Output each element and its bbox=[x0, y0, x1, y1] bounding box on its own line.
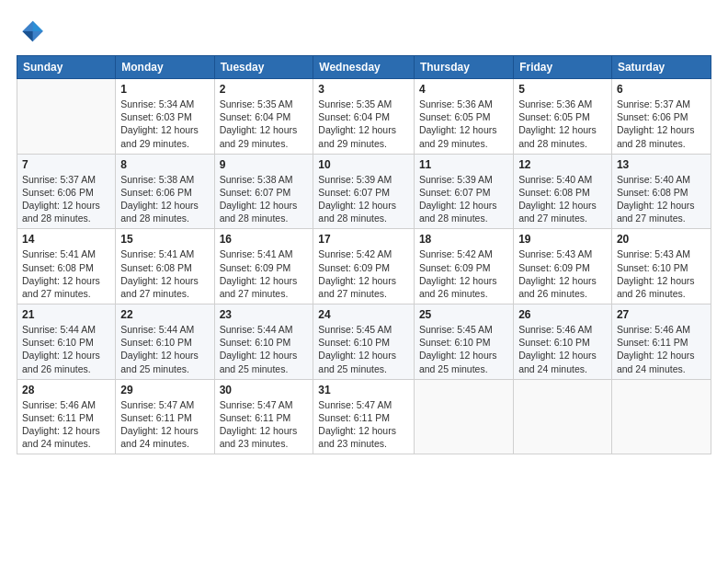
day-info: Sunrise: 5:41 AM Sunset: 6:08 PM Dayligh… bbox=[120, 247, 209, 300]
day-number: 16 bbox=[220, 233, 309, 246]
day-info: Sunrise: 5:46 AM Sunset: 6:10 PM Dayligh… bbox=[518, 323, 607, 375]
calendar-cell: 16Sunrise: 5:41 AM Sunset: 6:09 PM Dayli… bbox=[214, 229, 313, 304]
calendar-cell: 18Sunrise: 5:42 AM Sunset: 6:09 PM Dayli… bbox=[414, 229, 513, 304]
day-info: Sunrise: 5:35 AM Sunset: 6:04 PM Dayligh… bbox=[318, 98, 409, 150]
calendar-cell: 27Sunrise: 5:46 AM Sunset: 6:11 PM Dayli… bbox=[611, 304, 711, 380]
day-number: 24 bbox=[318, 308, 409, 321]
calendar-cell: 14Sunrise: 5:41 AM Sunset: 6:08 PM Dayli… bbox=[17, 229, 116, 304]
day-info: Sunrise: 5:34 AM Sunset: 6:03 PM Dayligh… bbox=[120, 98, 209, 150]
week-row: 14Sunrise: 5:41 AM Sunset: 6:08 PM Dayli… bbox=[17, 229, 711, 304]
day-info: Sunrise: 5:41 AM Sunset: 6:08 PM Dayligh… bbox=[22, 247, 110, 300]
week-row: 7Sunrise: 5:37 AM Sunset: 6:06 PM Daylig… bbox=[17, 154, 711, 229]
calendar-cell: 12Sunrise: 5:40 AM Sunset: 6:08 PM Dayli… bbox=[514, 154, 612, 229]
calendar-cell: 20Sunrise: 5:43 AM Sunset: 6:10 PM Dayli… bbox=[611, 229, 711, 304]
calendar-cell: 17Sunrise: 5:42 AM Sunset: 6:09 PM Dayli… bbox=[313, 229, 415, 304]
calendar-cell bbox=[514, 379, 612, 454]
col-header-friday: Friday bbox=[514, 56, 612, 79]
day-number: 17 bbox=[318, 233, 409, 246]
calendar-cell: 30Sunrise: 5:47 AM Sunset: 6:11 PM Dayli… bbox=[214, 379, 313, 454]
week-row: 1Sunrise: 5:34 AM Sunset: 6:03 PM Daylig… bbox=[17, 79, 711, 155]
calendar-cell: 15Sunrise: 5:41 AM Sunset: 6:08 PM Dayli… bbox=[116, 229, 214, 304]
calendar-cell: 26Sunrise: 5:46 AM Sunset: 6:10 PM Dayli… bbox=[514, 304, 612, 380]
day-number: 12 bbox=[518, 158, 607, 171]
calendar-cell: 2Sunrise: 5:35 AM Sunset: 6:04 PM Daylig… bbox=[214, 79, 313, 155]
day-number: 22 bbox=[120, 308, 209, 321]
day-number: 15 bbox=[120, 233, 209, 246]
day-info: Sunrise: 5:46 AM Sunset: 6:11 PM Dayligh… bbox=[617, 323, 706, 375]
day-info: Sunrise: 5:38 AM Sunset: 6:06 PM Dayligh… bbox=[120, 173, 209, 225]
calendar-cell: 13Sunrise: 5:40 AM Sunset: 6:08 PM Dayli… bbox=[611, 154, 711, 229]
week-row: 28Sunrise: 5:46 AM Sunset: 6:11 PM Dayli… bbox=[17, 379, 711, 454]
day-info: Sunrise: 5:42 AM Sunset: 6:09 PM Dayligh… bbox=[318, 247, 409, 300]
day-info: Sunrise: 5:47 AM Sunset: 6:11 PM Dayligh… bbox=[220, 398, 309, 451]
day-number: 4 bbox=[419, 83, 508, 96]
calendar-cell: 28Sunrise: 5:46 AM Sunset: 6:11 PM Dayli… bbox=[17, 379, 116, 454]
calendar-cell: 4Sunrise: 5:36 AM Sunset: 6:05 PM Daylig… bbox=[414, 79, 513, 155]
col-header-sunday: Sunday bbox=[17, 56, 116, 79]
calendar-cell: 1Sunrise: 5:34 AM Sunset: 6:03 PM Daylig… bbox=[116, 79, 214, 155]
day-info: Sunrise: 5:37 AM Sunset: 6:06 PM Dayligh… bbox=[22, 173, 110, 225]
calendar-cell: 3Sunrise: 5:35 AM Sunset: 6:04 PM Daylig… bbox=[313, 79, 415, 155]
calendar-cell: 9Sunrise: 5:38 AM Sunset: 6:07 PM Daylig… bbox=[214, 154, 313, 229]
header-row: SundayMondayTuesdayWednesdayThursdayFrid… bbox=[17, 56, 711, 79]
col-header-tuesday: Tuesday bbox=[214, 56, 313, 79]
calendar-cell: 23Sunrise: 5:44 AM Sunset: 6:10 PM Dayli… bbox=[214, 304, 313, 380]
day-number: 26 bbox=[518, 308, 607, 321]
day-number: 8 bbox=[120, 158, 209, 171]
day-info: Sunrise: 5:42 AM Sunset: 6:09 PM Dayligh… bbox=[419, 247, 508, 300]
day-info: Sunrise: 5:39 AM Sunset: 6:07 PM Dayligh… bbox=[419, 173, 508, 225]
calendar-cell bbox=[611, 379, 711, 454]
day-number: 1 bbox=[120, 83, 209, 96]
day-number: 25 bbox=[419, 308, 508, 321]
col-header-wednesday: Wednesday bbox=[313, 56, 415, 79]
calendar-cell: 5Sunrise: 5:36 AM Sunset: 6:05 PM Daylig… bbox=[514, 79, 612, 155]
day-info: Sunrise: 5:44 AM Sunset: 6:10 PM Dayligh… bbox=[120, 323, 209, 375]
calendar-cell: 21Sunrise: 5:44 AM Sunset: 6:10 PM Dayli… bbox=[17, 304, 116, 380]
page: SundayMondayTuesdayWednesdayThursdayFrid… bbox=[0, 0, 728, 563]
day-info: Sunrise: 5:36 AM Sunset: 6:05 PM Dayligh… bbox=[518, 98, 607, 150]
logo bbox=[17, 17, 50, 46]
day-number: 11 bbox=[419, 158, 508, 171]
day-info: Sunrise: 5:44 AM Sunset: 6:10 PM Dayligh… bbox=[220, 323, 309, 375]
calendar-body: 1Sunrise: 5:34 AM Sunset: 6:03 PM Daylig… bbox=[17, 79, 711, 454]
week-row: 21Sunrise: 5:44 AM Sunset: 6:10 PM Dayli… bbox=[17, 304, 711, 380]
day-number: 23 bbox=[220, 308, 309, 321]
calendar-cell: 8Sunrise: 5:38 AM Sunset: 6:06 PM Daylig… bbox=[116, 154, 214, 229]
day-number: 6 bbox=[617, 83, 706, 96]
day-info: Sunrise: 5:35 AM Sunset: 6:04 PM Dayligh… bbox=[220, 98, 309, 150]
calendar-cell bbox=[17, 79, 116, 155]
day-number: 21 bbox=[22, 308, 110, 321]
calendar-cell: 22Sunrise: 5:44 AM Sunset: 6:10 PM Dayli… bbox=[116, 304, 214, 380]
day-info: Sunrise: 5:38 AM Sunset: 6:07 PM Dayligh… bbox=[220, 173, 309, 225]
day-info: Sunrise: 5:43 AM Sunset: 6:10 PM Dayligh… bbox=[617, 247, 706, 300]
day-number: 13 bbox=[617, 158, 706, 171]
calendar-cell: 29Sunrise: 5:47 AM Sunset: 6:11 PM Dayli… bbox=[116, 379, 214, 454]
day-number: 5 bbox=[518, 83, 607, 96]
calendar-cell: 31Sunrise: 5:47 AM Sunset: 6:11 PM Dayli… bbox=[313, 379, 415, 454]
day-number: 9 bbox=[220, 158, 309, 171]
day-number: 28 bbox=[22, 384, 110, 396]
day-info: Sunrise: 5:40 AM Sunset: 6:08 PM Dayligh… bbox=[518, 173, 607, 225]
day-info: Sunrise: 5:46 AM Sunset: 6:11 PM Dayligh… bbox=[22, 398, 110, 451]
day-number: 29 bbox=[120, 384, 209, 396]
day-info: Sunrise: 5:47 AM Sunset: 6:11 PM Dayligh… bbox=[120, 398, 209, 451]
logo-icon bbox=[17, 17, 46, 46]
day-info: Sunrise: 5:37 AM Sunset: 6:06 PM Dayligh… bbox=[617, 98, 706, 150]
day-info: Sunrise: 5:47 AM Sunset: 6:11 PM Dayligh… bbox=[318, 398, 409, 451]
day-number: 2 bbox=[220, 83, 309, 96]
day-info: Sunrise: 5:39 AM Sunset: 6:07 PM Dayligh… bbox=[318, 173, 409, 225]
day-info: Sunrise: 5:44 AM Sunset: 6:10 PM Dayligh… bbox=[22, 323, 110, 375]
calendar-cell: 11Sunrise: 5:39 AM Sunset: 6:07 PM Dayli… bbox=[414, 154, 513, 229]
day-number: 18 bbox=[419, 233, 508, 246]
day-info: Sunrise: 5:45 AM Sunset: 6:10 PM Dayligh… bbox=[318, 323, 409, 375]
calendar-cell: 10Sunrise: 5:39 AM Sunset: 6:07 PM Dayli… bbox=[313, 154, 415, 229]
day-number: 10 bbox=[318, 158, 409, 171]
calendar-cell: 19Sunrise: 5:43 AM Sunset: 6:09 PM Dayli… bbox=[514, 229, 612, 304]
day-number: 27 bbox=[617, 308, 706, 321]
day-info: Sunrise: 5:40 AM Sunset: 6:08 PM Dayligh… bbox=[617, 173, 706, 225]
day-info: Sunrise: 5:45 AM Sunset: 6:10 PM Dayligh… bbox=[419, 323, 508, 375]
calendar-header: SundayMondayTuesdayWednesdayThursdayFrid… bbox=[17, 56, 711, 79]
day-info: Sunrise: 5:41 AM Sunset: 6:09 PM Dayligh… bbox=[220, 247, 309, 300]
col-header-saturday: Saturday bbox=[611, 56, 711, 79]
day-number: 30 bbox=[220, 384, 309, 396]
